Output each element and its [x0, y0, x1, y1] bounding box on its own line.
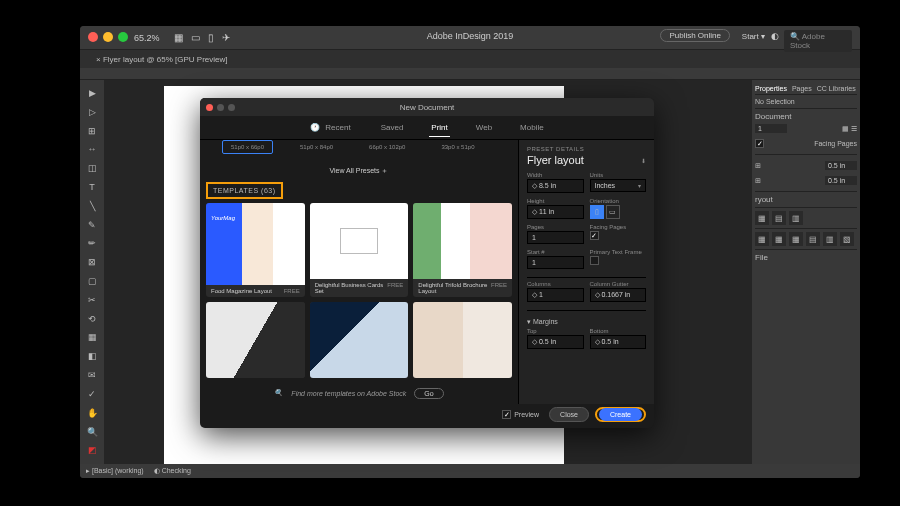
gap-tool[interactable]: ↔: [80, 140, 104, 158]
preset-option[interactable]: 33p0 x 51p0: [432, 140, 483, 154]
preset-option[interactable]: 66p0 x 102p0: [360, 140, 414, 154]
go-button[interactable]: Go: [414, 388, 443, 399]
scissors-tool[interactable]: ✂: [80, 291, 104, 309]
new-document-dialog: New Document 🕐 Recent Saved Print Web Mo…: [200, 98, 654, 428]
find-templates-input[interactable]: Find more templates on Adobe Stock: [291, 390, 406, 397]
tab-mobile[interactable]: Mobile: [518, 119, 546, 136]
tab-recent[interactable]: 🕐 Recent: [308, 115, 354, 140]
margin-top-input[interactable]: ◇ 0.5 in: [527, 335, 584, 349]
orientation-portrait[interactable]: ▯: [590, 205, 604, 219]
columns-input[interactable]: ◇ 1: [527, 288, 584, 302]
tab-cc-libraries[interactable]: CC Libraries: [817, 85, 856, 92]
close-button[interactable]: Close: [549, 407, 589, 422]
gradient-swatch-tool[interactable]: ▦: [80, 329, 104, 347]
rectangle-tool[interactable]: ▢: [80, 272, 104, 290]
direct-selection-tool[interactable]: ▷: [80, 103, 104, 121]
width-input[interactable]: ◇ 8.5 in: [527, 179, 584, 193]
panel-icon[interactable]: ▧: [840, 232, 854, 246]
dialog-title: New Document: [400, 103, 455, 112]
view-icon[interactable]: ▯: [208, 32, 214, 43]
template-card[interactable]: [310, 302, 409, 378]
maximize-window-icon[interactable]: [118, 32, 128, 42]
gradient-feather-tool[interactable]: ◧: [80, 347, 104, 365]
pages-input[interactable]: 1: [527, 231, 584, 244]
template-card[interactable]: Delightful Trifold Brochure LayoutFREE: [413, 203, 512, 297]
tools-panel: ▶ ▷ ⊞ ↔ ◫ T ╲ ✎ ✏ ⊠ ▢ ✂ ⟲ ▦ ◧ ✉ ✓ ✋ 🔍 ◩ …: [80, 80, 104, 478]
zoom-level[interactable]: 65.2%: [134, 33, 160, 43]
fill-stroke-swatch[interactable]: ◩: [80, 441, 104, 459]
preset-details-title: PRESET DETAILS: [527, 146, 646, 152]
pencil-tool[interactable]: ✏: [80, 235, 104, 253]
preset-details-panel: PRESET DETAILS Flyer layout⬇ Width ◇ 8.5…: [518, 140, 654, 404]
zoom-tool[interactable]: 🔍: [80, 423, 104, 441]
tab-pages[interactable]: Pages: [792, 85, 812, 92]
workspace-switcher[interactable]: Start ▾: [742, 32, 765, 41]
margin-input[interactable]: 0.5 in: [825, 161, 857, 170]
facing-pages-checkbox[interactable]: [590, 231, 599, 240]
primary-text-frame-checkbox[interactable]: [590, 256, 599, 265]
preset-name-input[interactable]: Flyer layout: [527, 154, 584, 166]
view-icon[interactable]: ▭: [191, 32, 200, 43]
create-button[interactable]: Create: [599, 408, 642, 421]
tab-properties[interactable]: Properties: [755, 85, 787, 92]
status-layer[interactable]: ▸ [Basic] (working): [86, 467, 144, 475]
tab-web[interactable]: Web: [474, 119, 494, 136]
arrange-icon[interactable]: ✈: [222, 32, 230, 43]
template-card[interactable]: Delightful Business Cards SetFREE: [310, 203, 409, 297]
margin-bottom-input[interactable]: ◇ 0.5 in: [590, 335, 647, 349]
page-count-input[interactable]: 1: [755, 124, 787, 133]
panel-icon[interactable]: ▦: [755, 211, 769, 225]
pen-tool[interactable]: ✎: [80, 216, 104, 234]
help-icon[interactable]: ◐: [771, 31, 779, 41]
template-card[interactable]: [413, 302, 512, 378]
preset-option[interactable]: 51p0 x 66p0: [222, 140, 273, 154]
save-preset-icon[interactable]: ⬇: [641, 157, 646, 164]
content-collector-tool[interactable]: ◫: [80, 159, 104, 177]
start-number-input[interactable]: 1: [527, 256, 584, 269]
gutter-input[interactable]: ◇ 0.1667 in: [590, 288, 647, 302]
free-transform-tool[interactable]: ⟲: [80, 310, 104, 328]
hand-tool[interactable]: ✋: [80, 404, 104, 422]
page-tool[interactable]: ⊞: [80, 122, 104, 140]
line-tool[interactable]: ╲: [80, 197, 104, 215]
orientation-landscape[interactable]: ▭: [606, 205, 620, 219]
panel-icon[interactable]: ▤: [806, 232, 820, 246]
template-thumbnail: [413, 302, 512, 378]
preview-checkbox[interactable]: [502, 410, 511, 419]
note-tool[interactable]: ✉: [80, 366, 104, 384]
search-input[interactable]: 🔍 Adobe Stock: [784, 30, 852, 52]
tab-saved[interactable]: Saved: [379, 119, 406, 136]
document-tab[interactable]: × Flyer layout @ 65% [GPU Preview]: [88, 53, 236, 66]
publish-online-button[interactable]: Publish Online: [660, 29, 730, 42]
panel-icon[interactable]: ▥: [823, 232, 837, 246]
panel-icon[interactable]: ▤: [772, 211, 786, 225]
dialog-close-icon[interactable]: [206, 104, 213, 111]
rectangle-frame-tool[interactable]: ⊠: [80, 253, 104, 271]
panel-icon[interactable]: ▦: [789, 232, 803, 246]
status-checking[interactable]: ◐ Checking: [154, 467, 191, 475]
eyedropper-tool[interactable]: ✓: [80, 385, 104, 403]
selection-tool[interactable]: ▶: [80, 84, 104, 102]
template-card[interactable]: [206, 302, 305, 378]
preset-option[interactable]: 51p0 x 84p0: [291, 140, 342, 154]
margin-input[interactable]: 0.5 in: [825, 176, 857, 185]
view-all-presets-link[interactable]: View All Presets ＋: [206, 164, 512, 178]
search-icon: 🔍: [274, 389, 283, 397]
template-thumbnail: [310, 203, 409, 279]
panel-icon[interactable]: ▦: [755, 232, 769, 246]
margins-header[interactable]: ▾ Margins: [527, 318, 646, 326]
tab-print[interactable]: Print: [429, 119, 449, 137]
panel-icon[interactable]: ▥: [789, 211, 803, 225]
minimize-window-icon[interactable]: [103, 32, 113, 42]
height-input[interactable]: ◇ 11 in: [527, 205, 584, 219]
close-window-icon[interactable]: [88, 32, 98, 42]
template-card[interactable]: Food Magazine LayoutFREE: [206, 203, 305, 297]
facing-pages-checkbox[interactable]: [755, 139, 764, 148]
document-tab-bar: × Flyer layout @ 65% [GPU Preview]: [80, 50, 860, 68]
view-icon[interactable]: ▦: [174, 32, 183, 43]
template-thumbnail: [413, 203, 512, 279]
units-select[interactable]: Inches▾: [590, 179, 647, 192]
template-thumbnail: [206, 203, 305, 285]
type-tool[interactable]: T: [80, 178, 104, 196]
panel-icon[interactable]: ▦: [772, 232, 786, 246]
